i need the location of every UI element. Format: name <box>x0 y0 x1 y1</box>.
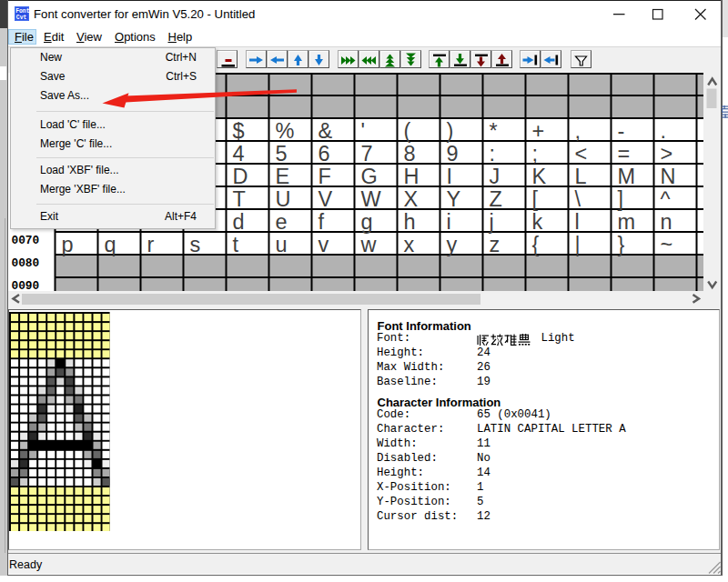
svg-text:Font: Font <box>15 8 29 15</box>
svg-text:j: j <box>488 209 493 233</box>
svg-text:.: . <box>660 118 666 142</box>
svg-text:z: z <box>489 232 500 256</box>
svg-text:d: d <box>232 209 244 233</box>
svg-text:8: 8 <box>403 141 415 165</box>
svg-text:s: s <box>189 232 200 256</box>
svg-text:h: h <box>403 209 415 233</box>
svg-text:&: & <box>318 118 332 142</box>
svg-text:n: n <box>660 209 672 233</box>
svg-text:5: 5 <box>275 141 287 165</box>
svg-text:m: m <box>617 209 635 233</box>
svg-text:,: , <box>574 118 581 142</box>
svg-text:{: { <box>531 232 539 256</box>
svg-text:*: * <box>489 118 497 142</box>
svg-text:7: 7 <box>360 141 372 165</box>
svg-text:r: r <box>147 232 154 256</box>
svg-text:9: 9 <box>446 141 458 165</box>
svg-text:T: T <box>232 186 245 210</box>
svg-text:i: i <box>446 209 450 233</box>
svg-text::: : <box>489 141 495 165</box>
svg-text:w: w <box>359 232 377 256</box>
svg-text:U: U <box>275 186 290 210</box>
svg-text:p: p <box>61 232 73 256</box>
svg-text:<: < <box>574 141 587 165</box>
svg-text:): ) <box>446 118 453 142</box>
svg-text:Z: Z <box>489 186 501 210</box>
svg-text:e: e <box>275 209 287 233</box>
svg-text:G: G <box>360 164 377 187</box>
svg-text:l: l <box>574 209 579 233</box>
svg-text:Cvt: Cvt <box>16 15 27 21</box>
svg-text:>: > <box>660 141 672 165</box>
svg-text:x: x <box>403 232 414 256</box>
svg-text:I: I <box>446 164 452 187</box>
svg-text:g: g <box>360 209 372 233</box>
svg-text:': ' <box>360 118 365 142</box>
svg-text:}: } <box>617 232 624 256</box>
svg-text:q: q <box>104 232 116 256</box>
svg-text:y: y <box>446 232 457 256</box>
svg-text:%: % <box>275 118 294 142</box>
svg-text:V: V <box>318 186 332 210</box>
svg-text:~: ~ <box>660 232 672 256</box>
svg-text:0090: 0090 <box>11 278 39 291</box>
svg-text:D: D <box>232 164 248 187</box>
svg-text:(: ( <box>403 118 410 142</box>
svg-text:4: 4 <box>232 141 244 165</box>
svg-text:[: [ <box>531 186 538 210</box>
svg-text:t: t <box>232 232 238 256</box>
svg-text:$: $ <box>232 118 244 142</box>
svg-text:H: H <box>403 164 419 187</box>
svg-text:0070: 0070 <box>11 233 39 246</box>
svg-text:N: N <box>660 164 675 187</box>
svg-text:u: u <box>275 232 287 256</box>
svg-text:Y: Y <box>446 186 460 210</box>
svg-text:F: F <box>318 164 330 187</box>
svg-text:E: E <box>275 164 289 187</box>
svg-text:K: K <box>531 164 546 187</box>
svg-text:6: 6 <box>318 141 329 165</box>
svg-text:\: \ <box>574 186 581 210</box>
svg-text:^: ^ <box>660 186 670 210</box>
svg-text:;: ; <box>531 141 538 165</box>
svg-text:]: ] <box>617 186 623 210</box>
svg-text:J: J <box>489 164 500 187</box>
svg-text:L: L <box>574 164 586 187</box>
svg-text:+: + <box>531 118 544 142</box>
svg-text:X: X <box>403 186 418 210</box>
svg-text:W: W <box>360 186 381 210</box>
svg-text:-: - <box>617 118 624 142</box>
svg-text:|: | <box>574 232 580 256</box>
svg-text:f: f <box>318 209 324 233</box>
svg-text:v: v <box>318 232 329 256</box>
svg-text:k: k <box>531 209 542 233</box>
svg-text:=: = <box>617 141 630 165</box>
svg-text:0080: 0080 <box>11 256 39 269</box>
svg-text:M: M <box>617 164 635 187</box>
